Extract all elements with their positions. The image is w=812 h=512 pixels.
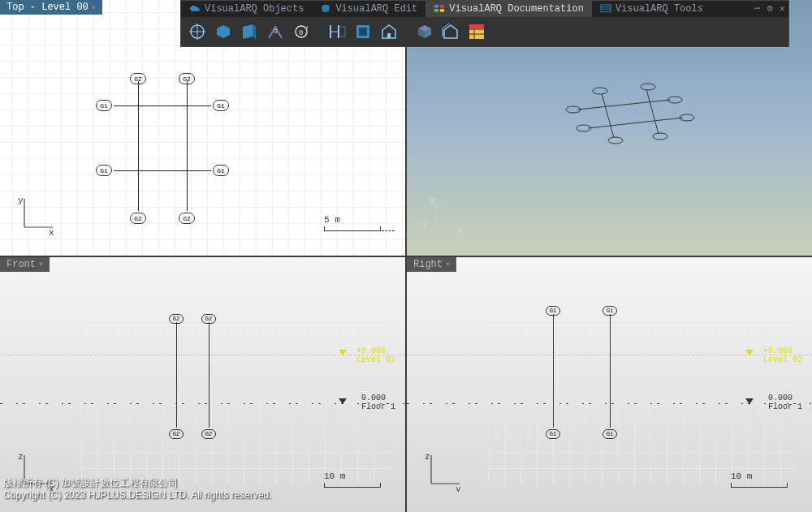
svg-text:y: y bbox=[423, 220, 429, 230]
cylinder-icon bbox=[320, 4, 331, 14]
opening-elev-icon[interactable] bbox=[352, 20, 374, 43]
grid-bubble: G1 bbox=[96, 100, 112, 111]
svg-rect-31 bbox=[434, 5, 438, 8]
section-attrs-icon[interactable]: S bbox=[264, 20, 287, 43]
scale-label: 10 m bbox=[731, 471, 752, 481]
scale-label: 5 m bbox=[324, 215, 340, 225]
footer: 版權所有 (C) 加號設計數位工程有限公司 Copyright (C) 2023… bbox=[3, 477, 272, 502]
svg-line-5 bbox=[646, 89, 659, 134]
svg-text:0: 0 bbox=[299, 29, 303, 37]
layer-icon[interactable] bbox=[439, 20, 462, 43]
gear-icon[interactable]: ⚙ bbox=[767, 2, 773, 15]
level-icon[interactable]: 0▸ bbox=[290, 20, 313, 43]
scale-bar: 5 m bbox=[324, 215, 381, 231]
svg-point-12 bbox=[608, 137, 623, 144]
svg-point-13 bbox=[653, 133, 667, 140]
axis-indicator: x z y bbox=[423, 195, 464, 239]
svg-line-2 bbox=[577, 100, 671, 110]
level-elev: +5.000 bbox=[356, 346, 395, 355]
level-elev: 0.000 bbox=[768, 394, 802, 402]
viewport-title-top[interactable]: Top - Level 00 ▼ bbox=[0, 0, 102, 15]
plan-view-icon[interactable] bbox=[212, 20, 235, 43]
grid-bubble: G1 bbox=[603, 429, 617, 439]
svg-text:z: z bbox=[430, 196, 435, 205]
svg-point-10 bbox=[593, 88, 607, 94]
svg-rect-33 bbox=[434, 9, 438, 12]
svg-point-11 bbox=[641, 84, 655, 90]
svg-rect-34 bbox=[440, 9, 444, 12]
svg-text:z: z bbox=[18, 452, 24, 462]
tab-label: VisualARQ Edit bbox=[335, 3, 417, 15]
grid-bubble: G1 bbox=[546, 429, 560, 439]
list-icon bbox=[600, 4, 611, 14]
scale-label: 10 m bbox=[324, 471, 345, 481]
level-name: Floor 1 bbox=[768, 402, 802, 411]
axis-label: x bbox=[49, 228, 54, 235]
tab-edit[interactable]: VisualARQ Edit bbox=[312, 1, 425, 17]
svg-line-3 bbox=[588, 118, 683, 128]
perspective-grid bbox=[529, 73, 732, 174]
svg-rect-55 bbox=[469, 24, 484, 29]
svg-text:y: y bbox=[456, 484, 461, 492]
viewport-title-label: Front bbox=[6, 259, 36, 270]
table-icon[interactable] bbox=[465, 20, 488, 43]
close-icon[interactable]: ✕ bbox=[780, 2, 785, 15]
chevron-down-icon[interactable]: ▼ bbox=[446, 260, 450, 268]
grid-bubble: G1 bbox=[546, 306, 560, 316]
tab-label: VisualARQ Objects bbox=[205, 3, 304, 15]
scale-bar: 10 m bbox=[731, 471, 788, 488]
svg-rect-35 bbox=[601, 5, 611, 12]
svg-line-4 bbox=[602, 93, 614, 138]
axis-label: y bbox=[18, 196, 24, 205]
svg-rect-50 bbox=[387, 33, 391, 38]
grid-bubble: G1 bbox=[213, 165, 229, 176]
tab-label: VisualARQ Tools bbox=[615, 3, 703, 15]
svg-rect-32 bbox=[440, 5, 444, 8]
tab-tools[interactable]: VisualARQ Tools bbox=[592, 1, 711, 17]
level-name: Level 02 bbox=[763, 355, 802, 364]
scale-bar: 10 m bbox=[324, 471, 381, 488]
footer-line: Copyright (C) 2023 HJPLUS.DESIGN LTD. Al… bbox=[3, 489, 272, 502]
chevron-down-icon[interactable]: ▼ bbox=[92, 4, 96, 11]
svg-rect-49 bbox=[359, 28, 367, 36]
tab-label: VisualARQ Documentation bbox=[449, 3, 584, 15]
viewport-title-front[interactable]: Front ▼ bbox=[0, 257, 50, 272]
viewport-front[interactable]: Front ▼ +5.000 Level 02 0.000 Floor 1 G2… bbox=[0, 257, 405, 513]
toolbar-panel: VisualARQ Objects VisualARQ Edit VisualA… bbox=[180, 0, 789, 47]
grid-bubble: G2 bbox=[130, 213, 146, 224]
tab-objects[interactable]: VisualARQ Objects bbox=[181, 1, 312, 17]
grid-bubble: G1 bbox=[603, 306, 617, 316]
cloud-icon bbox=[189, 4, 201, 14]
svg-text:x: x bbox=[457, 226, 463, 235]
chevron-down-icon[interactable]: ▼ bbox=[39, 260, 43, 268]
grid-bubble: G2 bbox=[130, 73, 146, 84]
grid-bubble: G1 bbox=[213, 100, 229, 111]
grid-bubble: G2 bbox=[169, 429, 184, 439]
tool-row: S 0▸ bbox=[181, 17, 788, 46]
dimension-icon[interactable] bbox=[326, 20, 348, 43]
tab-documentation[interactable]: VisualARQ Documentation bbox=[425, 1, 592, 17]
level-name: Floor 1 bbox=[361, 402, 395, 411]
viewport-title-right[interactable]: Right ▼ bbox=[407, 257, 456, 272]
footer-line: 版權所有 (C) 加號設計數位工程有限公司 bbox=[3, 477, 272, 490]
svg-text:S: S bbox=[274, 28, 278, 35]
overflow-icon[interactable]: ⋯ bbox=[754, 2, 760, 15]
svg-line-14 bbox=[435, 223, 460, 227]
section-view-icon[interactable] bbox=[238, 20, 261, 43]
hatch-icon[interactable] bbox=[413, 20, 436, 43]
svg-point-30 bbox=[322, 9, 330, 12]
grid-bubble: G2 bbox=[179, 73, 195, 84]
grid-bubble: G2 bbox=[179, 213, 195, 224]
viewport-title-label: Top - Level 00 bbox=[6, 2, 89, 13]
axis-indicator: x y bbox=[16, 195, 57, 239]
grid-bubble: G2 bbox=[201, 429, 216, 439]
axis-indicator: y z bbox=[423, 451, 464, 496]
level-elev: 0.000 bbox=[361, 394, 395, 402]
level-name: Level 02 bbox=[356, 355, 395, 364]
grid-bubble: G2 bbox=[169, 314, 184, 324]
space-icon[interactable] bbox=[378, 20, 400, 43]
level-elev: +5.000 bbox=[763, 346, 802, 355]
tab-row: VisualARQ Objects VisualARQ Edit VisualA… bbox=[181, 1, 788, 17]
viewport-right[interactable]: Right ▼ +5.000 Level 02 0.000 Floor 1 G1… bbox=[407, 257, 812, 513]
section-icon[interactable] bbox=[186, 20, 209, 43]
